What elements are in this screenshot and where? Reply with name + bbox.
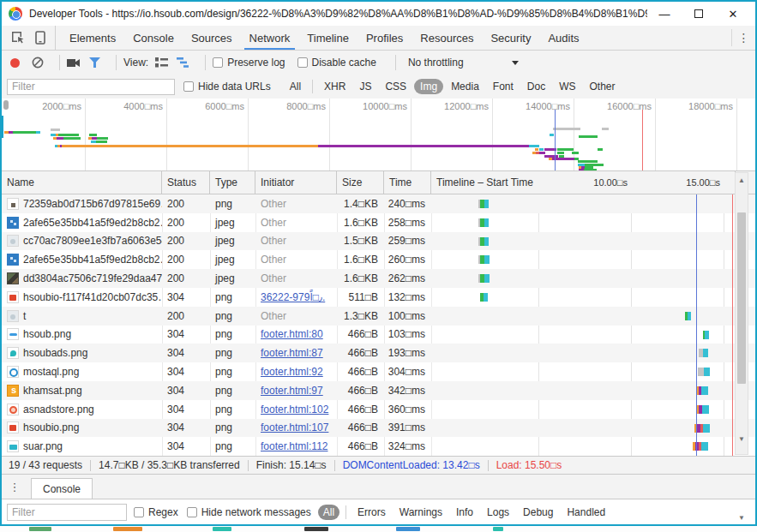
- maximize-button[interactable]: [682, 3, 716, 24]
- table-row[interactable]: hsoubio.png304pngfooter.html:107466□B391…: [2, 419, 755, 438]
- close-button[interactable]: ✕: [716, 3, 750, 24]
- tab-console[interactable]: Console: [124, 26, 183, 50]
- view-list-icon[interactable]: [155, 57, 168, 68]
- filter-xhr[interactable]: XHR: [318, 79, 351, 94]
- tab-security[interactable]: Security: [482, 26, 539, 50]
- cell-size: 1.6□KB: [337, 250, 384, 269]
- console-filter-logs[interactable]: Logs: [482, 505, 514, 520]
- table-row[interactable]: hsoub.png304pngfooter.html:80466□B103□ms: [2, 326, 755, 344]
- table-row[interactable]: mostaql.png304pngfooter.html:92466□B304□…: [2, 362, 755, 381]
- initiator-link[interactable]: 36222-979٫□اً.: [261, 291, 325, 303]
- overview-tick-label: 10000□ms: [363, 101, 411, 111]
- filter-font[interactable]: Font: [487, 79, 520, 94]
- tab-sources[interactable]: Sources: [183, 26, 241, 50]
- waterfall-bar: [702, 405, 709, 414]
- table-row[interactable]: t200pngOther1.3□KB100□ms: [2, 307, 755, 326]
- table-row[interactable]: cc70ac7809ee1e3fb7a6063e54…200jpegOther1…: [2, 232, 755, 251]
- console-filter-debug[interactable]: Debug: [518, 505, 558, 520]
- filter-all[interactable]: All: [284, 79, 307, 94]
- checkbox-icon: [134, 507, 144, 517]
- overview-tick-label: 4000□ms: [123, 101, 166, 111]
- hide-data-urls-checkbox[interactable]: Hide data URLs: [183, 81, 271, 93]
- regex-checkbox[interactable]: Regex: [134, 506, 178, 518]
- network-overview[interactable]: 2000□ms4000□ms6000□ms8000□ms10000□ms1200…: [2, 99, 755, 171]
- file-thumbnail-icon: [7, 254, 19, 266]
- filter-other[interactable]: Other: [584, 79, 622, 94]
- cell-type: jpeg: [210, 232, 255, 251]
- table-scrollbar[interactable]: ▲ ▼: [735, 172, 748, 455]
- console-filter-warnings[interactable]: Warnings: [394, 505, 448, 520]
- cell-time: 132□ms: [384, 288, 431, 307]
- scroll-down-icon[interactable]: ▼: [736, 435, 748, 443]
- console-filter-handled[interactable]: Handled: [562, 505, 610, 520]
- inspect-element-icon[interactable]: [7, 28, 29, 47]
- request-name: cc70ac7809ee1e3fb7a6063e54…: [23, 235, 162, 247]
- checkbox-icon: [213, 57, 223, 68]
- column-header-size[interactable]: Size: [337, 171, 384, 194]
- column-header-initiator[interactable]: Initiator: [255, 171, 337, 194]
- tab-profiles[interactable]: Profiles: [357, 26, 412, 50]
- console-filter-all[interactable]: All: [318, 505, 339, 520]
- filter-doc[interactable]: Doc: [521, 79, 551, 94]
- filter-js[interactable]: JS: [353, 79, 377, 94]
- initiator-link[interactable]: footer.html:107: [261, 421, 328, 433]
- table-row[interactable]: khamsat.png304pngfooter.html:97466□B342□…: [2, 381, 755, 400]
- table-row[interactable]: 72359ab0d715b67d97815e69…200pngOther1.4□…: [2, 194, 755, 213]
- tab-audits[interactable]: Audits: [539, 26, 587, 50]
- filter-ws[interactable]: WS: [553, 79, 581, 94]
- column-header-type[interactable]: Type: [210, 171, 255, 194]
- filter-img[interactable]: Img: [414, 79, 443, 94]
- initiator-link[interactable]: footer.html:97: [261, 385, 323, 397]
- cell-type: png: [210, 307, 255, 326]
- device-toolbar-icon[interactable]: [29, 28, 51, 47]
- minimize-button[interactable]: —: [647, 3, 682, 24]
- column-header-name[interactable]: Name: [2, 171, 162, 194]
- table-row[interactable]: hsoubio-f117f41d20cb07dc35…304png36222-9…: [2, 288, 755, 307]
- scrollbar-thumb[interactable]: [737, 212, 746, 384]
- tab-network[interactable]: Network: [241, 26, 299, 50]
- column-header-time[interactable]: Time: [384, 171, 431, 194]
- cell-type: png: [210, 419, 255, 438]
- preserve-log-checkbox[interactable]: Preserve log: [213, 57, 285, 69]
- chrome-logo-icon: [9, 7, 22, 21]
- tab-resources[interactable]: Resources: [412, 26, 482, 50]
- record-icon[interactable]: [10, 58, 20, 68]
- initiator-link[interactable]: footer.html:87: [261, 347, 323, 359]
- waterfall-bar: [484, 237, 489, 246]
- request-name: 72359ab0d715b67d97815e69…: [23, 198, 162, 210]
- tab-elements[interactable]: Elements: [61, 26, 124, 50]
- overview-drag-handle-icon[interactable]: [3, 100, 9, 110]
- devtools-menu-icon[interactable]: ⋮: [731, 29, 755, 46]
- filter-media[interactable]: Media: [445, 79, 485, 94]
- tab-console[interactable]: Console: [31, 478, 93, 499]
- column-header-status[interactable]: Status: [162, 171, 210, 194]
- table-row[interactable]: 2afe65e35bb41a5f9ed2b8cb2…200jpegOther1.…: [2, 213, 755, 232]
- table-row[interactable]: suar.png304pngfooter.html:112466□B324□ms: [2, 437, 755, 456]
- console-filter-input[interactable]: [7, 504, 127, 521]
- view-waterfall-icon[interactable]: [177, 57, 189, 68]
- drawer-menu-icon[interactable]: ⋮: [2, 481, 27, 493]
- table-row[interactable]: asnadstore.png304pngfooter.html:102466□B…: [2, 400, 755, 419]
- table-row[interactable]: 2afe65e35bb41a5f9ed2b8cb2…200jpegOther1.…: [2, 250, 755, 269]
- overview-request-bar: [550, 134, 554, 136]
- filter-funnel-icon[interactable]: [89, 57, 100, 68]
- table-row[interactable]: hsoubads.png304pngfooter.html:87466□B193…: [2, 344, 755, 362]
- initiator-link[interactable]: footer.html:112: [261, 440, 328, 452]
- throttling-dropdown[interactable]: No throttling: [403, 57, 524, 69]
- initiator-link[interactable]: footer.html:102: [261, 403, 328, 415]
- clear-icon[interactable]: [32, 57, 44, 69]
- network-filter-input[interactable]: [7, 79, 175, 95]
- cell-timeline: [431, 362, 755, 381]
- regex-label: Regex: [148, 506, 178, 518]
- tab-timeline[interactable]: Timeline: [298, 26, 357, 50]
- table-row[interactable]: dd3804ac7506c719fe29daa47…200jpegOther1.…: [2, 269, 755, 288]
- filter-css[interactable]: CSS: [379, 79, 412, 94]
- disable-cache-checkbox[interactable]: Disable cache: [297, 57, 376, 69]
- scroll-up-icon[interactable]: ▲: [736, 176, 748, 184]
- initiator-link[interactable]: footer.html:92: [261, 366, 323, 378]
- hide-network-messages-checkbox[interactable]: Hide network messages: [187, 506, 311, 518]
- console-filter-info[interactable]: Info: [451, 505, 478, 520]
- console-filter-errors[interactable]: Errors: [352, 505, 391, 520]
- initiator-link[interactable]: footer.html:80: [261, 328, 323, 340]
- screenshot-camera-icon[interactable]: [67, 58, 81, 68]
